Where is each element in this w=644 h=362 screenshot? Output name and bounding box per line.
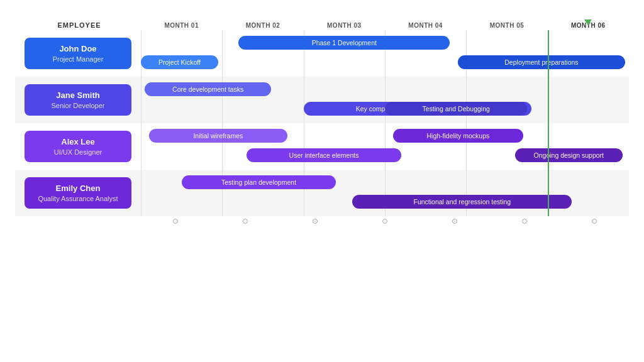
employee-card-emily-chen: Emily ChenQuality Assurance Analyst [25, 177, 131, 209]
timeline-dot [382, 219, 387, 224]
timeline-dot [452, 219, 457, 224]
task-row-top: Testing plan development [141, 175, 629, 192]
employee-card-alex-lee: Alex LeeUI/UX Designer [25, 131, 131, 162]
month-header-1: MONTH 01 [141, 22, 222, 29]
employee-name: Emily Chen [33, 184, 123, 193]
task-bar: Deployment preparations [458, 55, 625, 69]
dots-row [15, 219, 629, 224]
task-row-bottom: Functional and regression testing [141, 195, 629, 211]
task-row-top: Core development tasks [141, 82, 629, 99]
header-row: EMPLOYEE MONTH 01MONTH 02MONTH 03MONTH 0… [15, 21, 629, 29]
month-header-4: MONTH 04 [385, 22, 466, 29]
task-bar: User interface elements [247, 148, 401, 162]
current-time-line [548, 170, 549, 216]
tasks-area-john-doe: Phase 1 DevelopmentProject KickoffDeploy… [141, 30, 629, 77]
timeline-dot [522, 219, 527, 224]
task-row-bottom: User interface elementsOngoing design su… [141, 148, 629, 165]
task-row-top: Phase 1 Development [141, 36, 629, 52]
employee-cell-alex-lee: Alex LeeUI/UX Designer [15, 123, 141, 170]
employee-header: EMPLOYEE [15, 21, 141, 29]
task-bar: Phase 1 Development [238, 36, 450, 50]
tasks-area-emily-chen: Testing plan developmentFunctional and r… [141, 170, 629, 216]
month-header-3: MONTH 03 [304, 22, 385, 29]
employee-role: Quality Assurance Analyst [33, 195, 123, 202]
employee-role: Project Manager [33, 55, 123, 63]
task-row-bottom: Key components of Phase 1 DevelopmentTes… [141, 102, 629, 118]
employee-name: John Doe [33, 44, 123, 53]
employee-name: Alex Lee [33, 137, 123, 146]
gantt-chart: EMPLOYEE MONTH 01MONTH 02MONTH 03MONTH 0… [15, 21, 629, 224]
employee-name: Jane Smith [33, 90, 123, 100]
timeline-dots [141, 219, 629, 224]
task-bar: Testing plan development [182, 175, 336, 189]
task-row-top: Initial wireframesHigh-fidelity mockups [141, 129, 629, 145]
employee-cell-emily-chen: Emily ChenQuality Assurance Analyst [15, 170, 141, 216]
task-bar: Initial wireframes [149, 129, 287, 143]
employee-role: UI/UX Designer [33, 148, 123, 156]
gantt-row-john-doe: John DoeProject ManagerPhase 1 Developme… [15, 30, 629, 77]
gantt-row-alex-lee: Alex LeeUI/UX DesignerInitial wireframes… [15, 123, 629, 170]
current-month-marker [584, 19, 592, 25]
tasks-area-jane-smith: Core development tasksKey components of … [141, 77, 629, 123]
timeline-dot [592, 219, 597, 224]
task-bar: Core development tasks [145, 82, 270, 96]
current-time-line [548, 30, 549, 77]
employee-card-jane-smith: Jane SmithSenior Developer [25, 84, 131, 116]
gantt-row-emily-chen: Emily ChenQuality Assurance AnalystTesti… [15, 170, 629, 216]
employee-card-john-doe: John DoeProject Manager [25, 38, 131, 69]
employee-cell-jane-smith: Jane SmithSenior Developer [15, 77, 141, 123]
timeline-dot [313, 219, 318, 224]
task-bar: High-fidelity mockups [393, 129, 523, 143]
month-header-2: MONTH 02 [222, 22, 303, 29]
task-bar: Ongoing design support [515, 148, 623, 162]
employee-cell-john-doe: John DoeProject Manager [15, 30, 141, 77]
current-time-line [548, 123, 549, 170]
months-header: MONTH 01MONTH 02MONTH 03MONTH 04MONTH 05… [141, 22, 629, 29]
month-header-6: MONTH 06 [548, 22, 629, 29]
task-bar: Functional and regression testing [352, 195, 572, 209]
month-header-5: MONTH 05 [466, 22, 547, 29]
timeline-dot [243, 219, 248, 224]
employee-role: Senior Developer [33, 102, 123, 109]
task-bar: Project Kickoff [141, 55, 218, 69]
tasks-area-alex-lee: Initial wireframesHigh-fidelity mockupsU… [141, 123, 629, 170]
task-row-bottom: Project KickoffDeployment preparations [141, 55, 629, 72]
gantt-row-jane-smith: Jane SmithSenior DeveloperCore developme… [15, 77, 629, 123]
timeline-dot [173, 219, 178, 224]
task-bar: Testing and Debugging [385, 102, 527, 116]
current-time-line [548, 77, 549, 123]
gantt-body: John DoeProject ManagerPhase 1 Developme… [15, 30, 629, 216]
